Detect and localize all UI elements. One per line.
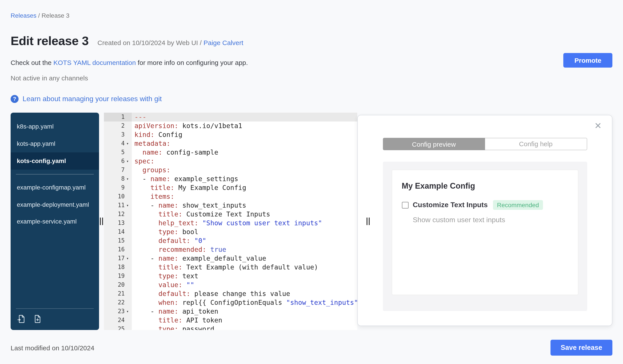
- file-item-kots-config.yaml[interactable]: kots-config.yaml: [11, 152, 99, 170]
- upload-file-icon[interactable]: [17, 314, 26, 324]
- code-text: groups:: [132, 166, 170, 175]
- code-line-5[interactable]: 5 name: config-sample: [104, 148, 357, 157]
- code-line-8[interactable]: 8▾ - name: example_settings: [104, 175, 357, 183]
- git-releases-link[interactable]: Learn about managing your releases with …: [22, 95, 162, 103]
- file-item-example-configmap.yaml[interactable]: example-configmap.yaml: [11, 179, 99, 196]
- promote-button[interactable]: Promote: [563, 53, 612, 68]
- config-item-row: Customize Text Inputs Recommended: [402, 200, 568, 210]
- code-line-25[interactable]: 25 type: password: [104, 325, 357, 330]
- line-number: 8: [121, 175, 125, 183]
- fold-arrow-icon[interactable]: ▾: [125, 307, 131, 316]
- gutter-cell: 13: [104, 219, 132, 227]
- question-icon: ?: [11, 95, 19, 103]
- config-item-help: Show custom user text inputs: [413, 216, 568, 224]
- code-text: title: Text Example (with default value): [132, 263, 318, 272]
- file-item-kots-app.yaml[interactable]: kots-app.yaml: [11, 135, 99, 152]
- line-number: 20: [118, 281, 125, 289]
- code-line-6[interactable]: 6▾spec:: [104, 157, 357, 166]
- gutter-cell: 9: [104, 183, 132, 192]
- line-number: 3: [121, 130, 125, 139]
- filetree-resize-handle[interactable]: [100, 218, 103, 225]
- yaml-code-editor[interactable]: 1---2apiVersion: kots.io/v1beta13kind: C…: [104, 113, 357, 330]
- tab-config-help[interactable]: Config help: [485, 138, 587, 150]
- recommended-badge: Recommended: [493, 200, 543, 210]
- fold-arrow-icon[interactable]: ▾: [125, 175, 131, 183]
- file-item-example-service.yaml[interactable]: example-service.yaml: [11, 213, 99, 230]
- doc-line-prefix: Check out the: [11, 59, 53, 66]
- line-number: 1: [121, 113, 125, 121]
- code-text: type: text: [132, 272, 198, 281]
- code-text: ---: [132, 113, 146, 121]
- line-number: 15: [118, 236, 125, 245]
- customize-text-inputs-checkbox[interactable]: [402, 202, 408, 208]
- code-line-17[interactable]: 17▾ - name: example_default_value: [104, 254, 357, 263]
- code-text: kind: Config: [132, 130, 182, 139]
- fold-arrow-icon[interactable]: ▾: [125, 157, 131, 166]
- file-item-example-deployment.yaml[interactable]: example-deployment.yaml: [11, 196, 99, 213]
- code-line-15[interactable]: 15 default: "0": [104, 236, 357, 245]
- code-line-2[interactable]: 2apiVersion: kots.io/v1beta1: [104, 121, 357, 130]
- code-line-10[interactable]: 10 items:: [104, 192, 357, 201]
- author-link[interactable]: Paige Calvert: [204, 39, 244, 46]
- breadcrumb: Releases / Release 3: [11, 0, 612, 19]
- code-line-18[interactable]: 18 title: Text Example (with default val…: [104, 263, 357, 272]
- code-text: - name: example_settings: [132, 175, 238, 183]
- code-text: apiVersion: kots.io/v1beta1: [132, 121, 242, 130]
- config-item-title: Customize Text Inputs: [413, 201, 488, 209]
- gutter-cell: 6▾: [104, 157, 132, 166]
- code-line-24[interactable]: 24 title: API token: [104, 316, 357, 325]
- config-preview-panel: × Config previewConfig help My Example C…: [357, 115, 612, 326]
- edit-release-page: Releases / Release 3 Edit release 3 Crea…: [0, 0, 623, 364]
- created-text: Created on 10/10/2024 by Web UI /: [97, 39, 204, 46]
- close-icon[interactable]: ×: [595, 120, 601, 131]
- code-text: default: "0": [132, 236, 206, 245]
- code-line-1[interactable]: 1---: [104, 113, 357, 121]
- gutter-cell: 11▾: [104, 201, 132, 210]
- gutter-cell: 18: [104, 263, 132, 272]
- file-tree: k8s-app.yamlkots-app.yamlkots-config.yam…: [11, 113, 99, 330]
- code-text: name: config-sample: [132, 148, 218, 157]
- save-release-button[interactable]: Save release: [551, 340, 612, 356]
- doc-line-suffix: for more info on configuring your app.: [136, 59, 248, 66]
- code-line-12[interactable]: 12 title: Customize Text Inputs: [104, 210, 357, 219]
- fold-arrow-icon[interactable]: ▾: [125, 139, 131, 148]
- code-text: value: "": [132, 281, 194, 289]
- code-line-13[interactable]: 13 help_text: "Show custom user text inp…: [104, 219, 357, 227]
- code-line-20[interactable]: 20 value: "": [104, 281, 357, 289]
- new-file-icon[interactable]: [33, 314, 43, 324]
- gutter-cell: 17▾: [104, 254, 132, 263]
- gutter-cell: 14: [104, 227, 132, 236]
- code-text: metadata:: [132, 139, 170, 148]
- code-line-22[interactable]: 22 when: repl{{ ConfigOptionEquals "show…: [104, 298, 357, 307]
- page-title: Edit release 3: [11, 34, 89, 48]
- code-line-14[interactable]: 14 type: bool: [104, 227, 357, 236]
- code-line-4[interactable]: 4▾metadata:: [104, 139, 357, 148]
- line-number: 25: [118, 325, 125, 330]
- code-line-19[interactable]: 19 type: text: [104, 272, 357, 281]
- fold-arrow-icon[interactable]: ▾: [125, 254, 131, 263]
- line-number: 24: [118, 316, 125, 325]
- line-number: 2: [121, 121, 125, 130]
- code-line-16[interactable]: 16 recommended: true: [104, 245, 357, 254]
- fold-arrow-icon[interactable]: ▾: [125, 201, 131, 210]
- code-line-23[interactable]: 23▾ - name: api_token: [104, 307, 357, 316]
- code-line-7[interactable]: 7 groups:: [104, 166, 357, 175]
- code-text: - name: api_token: [132, 307, 218, 316]
- code-line-3[interactable]: 3kind: Config: [104, 130, 357, 139]
- line-number: 23: [118, 307, 125, 316]
- config-card: My Example Config Customize Text Inputs …: [392, 170, 578, 295]
- code-line-11[interactable]: 11▾ - name: show_text_inputs: [104, 201, 357, 210]
- tab-config-preview[interactable]: Config preview: [383, 138, 485, 150]
- gutter-cell: 10: [104, 192, 132, 201]
- code-text: when: repl{{ ConfigOptionEquals "show_te…: [132, 298, 357, 307]
- code-text: recommended: true: [132, 245, 226, 254]
- code-line-9[interactable]: 9 title: My Example Config: [104, 183, 357, 192]
- kots-yaml-docs-link[interactable]: KOTS YAML documentation: [53, 59, 136, 66]
- code-text: spec:: [132, 157, 154, 166]
- gutter-cell: 8▾: [104, 175, 132, 183]
- line-number: 16: [118, 245, 125, 254]
- code-line-21[interactable]: 21 default: please change this value: [104, 289, 357, 298]
- preview-resize-handle[interactable]: [367, 218, 370, 225]
- breadcrumb-releases-link[interactable]: Releases: [11, 12, 37, 19]
- file-item-k8s-app.yaml[interactable]: k8s-app.yaml: [11, 118, 99, 135]
